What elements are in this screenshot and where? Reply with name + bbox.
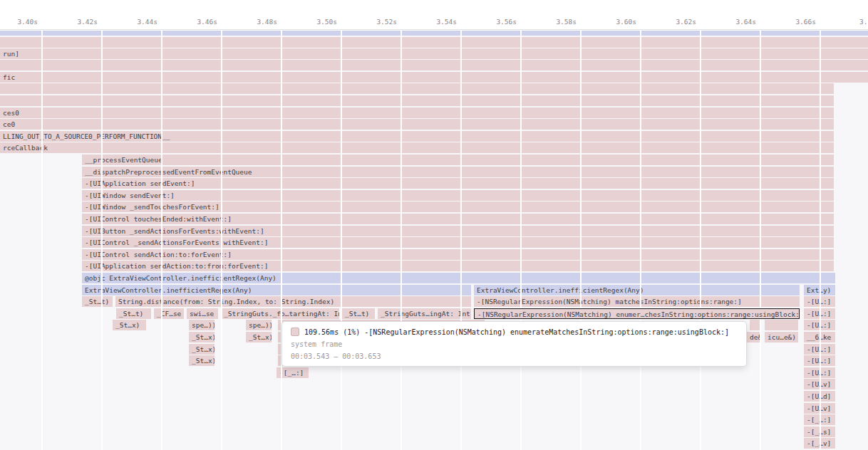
stack-frame-bar[interactable]: -[UIButton _sendActionsForEvents:withEve… (82, 226, 834, 236)
time-gridline (401, 31, 402, 450)
stack-frame-bar[interactable]: fic (0, 72, 868, 83)
ruler-tick-label: 3.54s (411, 18, 457, 26)
time-gridline (760, 31, 761, 450)
stack-frame-bar-selected[interactable]: -[NSRegularExpression(NSMatching) enumer… (474, 308, 800, 319)
stack-frame-bar[interactable]: spe…)) (246, 320, 272, 330)
stack-frame-bar[interactable]: ce0 (0, 119, 834, 130)
ruler-tick-label: 3.52s (351, 18, 397, 26)
tooltip-frame-kind: system frame (291, 340, 738, 348)
stack-frame-bar[interactable]: __dispatchPreprocessedEventFromEventQueu… (82, 167, 834, 177)
stack-frame-bar[interactable]: -[UIWindow _sendTouchesForEvent:] (82, 202, 834, 212)
tooltip-time-range: 00:03.543 — 00:03.653 (291, 352, 738, 360)
stack-frame-bar[interactable]: spe…)) (189, 320, 215, 330)
ruler-tick-label: 3.44s (112, 18, 157, 26)
stack-frame-bar[interactable] (0, 95, 834, 106)
stack-frame-bar[interactable]: -[UIWindow sendEvent:] (82, 190, 834, 201)
stack-frame-bar[interactable]: icu…e&) (765, 332, 798, 342)
ruler-tick-label: 3.46s (172, 18, 217, 26)
stack-frame-bar[interactable]: -[UIApplication sendAction:to:from:forEv… (82, 261, 834, 271)
stack-frame-bar[interactable]: @objc ExtraViewController.inefficientReg… (82, 273, 835, 283)
stack-frame-bar[interactable]: _St…t) (116, 308, 151, 319)
time-gridline (640, 31, 641, 450)
stack-frame-bar[interactable]: __processEventQueue (82, 155, 834, 165)
stack-frame-bar[interactable] (0, 37, 868, 48)
time-gridline (460, 31, 462, 450)
stack-frame-bar[interactable]: LLING_OUT_TO_A_SOURCE0_PERFORM_FUNCTION_… (0, 131, 834, 142)
stack-frame-bar[interactable] (0, 60, 868, 70)
time-profiler-flame-chart: 3.40s3.42s3.44s3.46s3.48s3.50s3.52s3.54s… (0, 0, 868, 450)
time-gridline (281, 31, 282, 450)
time-gridline (41, 31, 43, 450)
stack-frame-bar[interactable] (765, 320, 798, 330)
time-gridline (161, 31, 162, 450)
ruler-tick-label-clipped: 3. (859, 18, 868, 26)
stack-frame-bar[interactable]: _St…x) (189, 332, 215, 342)
category-color-swatch (291, 328, 299, 336)
stack-frame-bar[interactable]: _St…x) (113, 320, 146, 330)
stack-frame-bar[interactable]: ces0 (0, 108, 834, 118)
time-gridline (520, 31, 522, 450)
stack-frame-bar[interactable] (0, 31, 868, 36)
stack-frame-bar[interactable]: -[UIApplication sendEvent:] (82, 178, 834, 189)
hover-tooltip: 109.56ms (1%) -[NSRegularExpression(NSMa… (281, 321, 747, 367)
ruler-tick-label: 3.64s (711, 18, 756, 26)
time-gridline (221, 31, 222, 450)
stack-frame-bar[interactable]: _St…t) (82, 296, 113, 307)
time-gridline (341, 31, 342, 450)
stack-frame-bar[interactable]: -[UIControl touchesEnded:withEvent:] (82, 214, 834, 224)
stack-frame-bar[interactable]: _St…t) (342, 308, 375, 319)
ruler-tick-label: 3.58s (531, 18, 577, 26)
ruler-tick-label: 3.66s (770, 18, 816, 26)
time-gridline (700, 31, 701, 450)
time-gridline (820, 31, 821, 450)
time-gridline (101, 31, 103, 450)
ruler-tick-label: 3.40s (0, 18, 38, 26)
stack-frame-bar[interactable]: -[UIControl sendAction:to:forEvent:] (82, 249, 834, 260)
stack-frame-bar[interactable]: _St…x) (189, 355, 215, 366)
stack-frame-bar[interactable]: -[UIControl _sendActionsForEvents:withEv… (82, 237, 834, 248)
ruler-tick-label: 3.42s (52, 18, 98, 26)
time-ruler[interactable]: 3.40s3.42s3.44s3.46s3.48s3.50s3.52s3.54s… (0, 0, 868, 30)
stack-frame-bar[interactable]: String.distance(from: String.Index, to: … (115, 296, 471, 307)
stack-frame-bar[interactable]: _StringGuts._fo…tartingAt: Int) (221, 308, 339, 319)
stack-frame-bar[interactable]: _CF…se (154, 308, 184, 319)
ruler-tick-label: 3.48s (232, 18, 277, 26)
ruler-tick-label: 3.50s (291, 18, 337, 26)
stack-frame-bar[interactable]: _St…x) (246, 332, 272, 342)
tooltip-title: 109.56ms (1%) -[NSRegularExpression(NSMa… (304, 328, 729, 336)
stack-frame-bar[interactable]: de&) (747, 332, 761, 342)
ruler-tick-label: 3.56s (471, 18, 517, 26)
time-gridline (580, 31, 582, 450)
stack-frame-bar[interactable]: rceCallback (0, 142, 834, 153)
stack-frame-bar[interactable]: swi…se (187, 308, 218, 319)
stack-frame-bar[interactable]: ExtraViewController.inefficientRegex(Any… (474, 285, 800, 295)
stack-frame-bar[interactable] (0, 83, 834, 94)
ruler-tick-label: 3.62s (651, 18, 696, 26)
stack-frame-bar[interactable]: ExtraViewController.inefficientRegex(Any… (82, 285, 471, 295)
flame-chart-canvas: run]ficces0ce0LLING_OUT_TO_A_SOURCE0_PER… (0, 31, 868, 450)
stack-frame-bar[interactable]: -[NSRegularExpression(NSMatching) matche… (474, 296, 800, 307)
stack-frame-bar[interactable]: _StringGuts…ingAt: Int) (378, 308, 471, 319)
stack-frame-bar[interactable]: run] (0, 48, 868, 59)
ruler-tick-label: 3.60s (591, 18, 636, 26)
stack-frame-bar[interactable]: _St…x) (189, 344, 215, 355)
